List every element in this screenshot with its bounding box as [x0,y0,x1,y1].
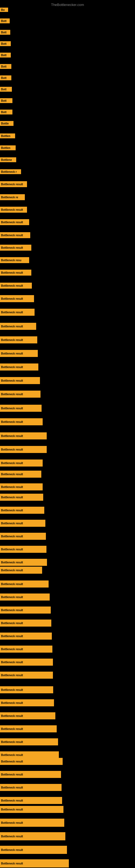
bar-label-44: Bottleneck result [1,561,23,564]
bar-label-26: Bottleneck result [1,325,23,328]
bar-row-28: Bottleneck result [0,350,38,357]
bar-row-61: Bottleneck result [0,771,61,778]
bar-row-50: Bottleneck result [0,632,52,640]
bar-label-63: Bottleneck result [1,799,23,802]
bar-row-13: Bottlene [0,157,16,162]
bar-2: Bott [0,30,10,35]
bar-21: Bottleneck resu [0,257,29,263]
bar-row-62: Bottleneck result [0,784,61,791]
bar-row-8: Bott [0,98,12,103]
bar-13: Bottlene [0,157,16,162]
bar-label-62: Bottleneck result [1,786,23,789]
bar-67: Bottleneck result [0,846,67,854]
bar-row-12: Bottlen [0,145,16,150]
bar-51: Bottleneck result [0,646,52,653]
bar-row-59: Bottleneck result [0,751,59,758]
bar-label-67: Bottleneck result [1,848,23,851]
bar-label-35: Bottleneck result [1,448,23,451]
bar-5: Bott [0,64,11,69]
bar-63: Bottleneck result [0,797,62,804]
bar-label-42: Bottleneck result [1,535,23,538]
bar-40: Bottleneck result [0,507,44,514]
bar-row-21: Bottleneck resu [0,257,29,263]
bar-row-45: Bottleneck result [0,567,42,574]
bar-row-30: Bottleneck result [0,377,40,384]
bar-47: Bottleneck result [0,593,50,600]
bar-row-31: Bottleneck result [0,391,41,398]
bar-row-22: Bottleneck result [0,270,31,276]
bar-label-60: Bottleneck result [1,760,23,763]
bar-12: Bottlen [0,145,16,150]
bar-label-31: Bottleneck result [1,393,23,396]
bar-row-2: Bott [0,30,10,35]
bar-row-63: Bottleneck result [0,797,62,804]
bar-label-32: Bottleneck result [1,407,23,410]
bar-14: Bottleneck r [0,169,21,174]
bar-label-61: Bottleneck result [1,773,23,776]
bar-label-36: Bottleneck result [1,462,23,465]
bar-row-7: Bott [0,87,12,92]
bar-row-11: Bottlen [0,133,15,138]
bar-17: Bottleneck result [0,207,27,213]
bar-label-0: Bo [1,8,5,11]
bar-53: Bottleneck result [0,672,53,679]
bar-label-65: Bottleneck result [1,822,23,824]
bar-label-47: Bottleneck result [1,596,23,599]
bar-7: Bott [0,87,12,92]
bar-60: Bottleneck result [0,758,63,765]
bar-57: Bottleneck result [0,725,57,733]
bar-row-48: Bottleneck result [0,607,51,614]
bar-label-48: Bottleneck result [1,609,23,612]
bar-label-58: Bottleneck result [1,741,23,744]
bar-row-29: Bottleneck result [0,364,38,371]
bar-row-35: Bottleneck result [0,446,47,453]
bar-34: Bottleneck result [0,432,47,439]
bar-54: Bottleneck result [0,686,53,693]
bar-label-3: Bott [1,42,6,45]
bar-label-57: Bottleneck result [1,727,23,731]
bar-label-39: Bottleneck result [1,496,23,499]
bar-64: Bottleneck result [0,806,63,813]
bar-3: Bott [0,41,11,46]
bar-label-41: Bottleneck result [1,522,23,525]
bar-row-3: Bott [0,41,11,46]
bar-label-68: Bottleneck result [1,862,23,865]
bar-row-16: Bottleneck re [0,194,25,200]
bar-row-41: Bottleneck result [0,520,45,527]
bar-row-10: Bottle [0,121,13,126]
bar-label-1: Bott [1,20,6,23]
bar-label-8: Bott [1,99,6,102]
bar-9: Bott [0,110,12,115]
bar-label-50: Bottleneck result [1,635,23,638]
bar-39: Bottleneck result [0,494,43,501]
bar-row-56: Bottleneck result [0,712,55,719]
bar-68: Bottleneck result [0,859,69,867]
bar-row-38: Bottleneck result [0,484,43,490]
bar-20: Bottleneck result [0,245,31,251]
bar-row-42: Bottleneck result [0,533,46,540]
bar-0: Bo [0,8,8,12]
bar-row-60: Bottleneck result [0,758,63,765]
bar-row-40: Bottleneck result [0,507,44,514]
bar-row-65: Bottleneck result [0,818,64,827]
bar-25: Bottleneck result [0,309,35,316]
bar-32: Bottleneck result [0,405,42,412]
bar-row-37: Bottleneck result [0,471,41,478]
bar-row-39: Bottleneck result [0,494,43,501]
bar-label-27: Bottleneck result [1,339,23,341]
bar-label-7: Bott [1,88,6,91]
bar-48: Bottleneck result [0,607,51,614]
bar-label-18: Bottleneck result [1,221,23,224]
bar-row-46: Bottleneck result [0,581,49,588]
bar-label-12: Bottlen [1,147,10,150]
bar-label-11: Bottlen [1,134,10,137]
bar-56: Bottleneck result [0,712,55,719]
bar-label-21: Bottleneck resu [1,259,21,262]
bar-label-17: Bottleneck result [1,208,23,211]
bar-55: Bottleneck result [0,699,54,706]
bar-row-51: Bottleneck result [0,646,52,653]
bar-row-49: Bottleneck result [0,620,51,627]
bar-row-23: Bottleneck result [0,283,32,289]
bar-label-66: Bottleneck result [1,835,23,838]
bar-row-32: Bottleneck result [0,405,42,412]
